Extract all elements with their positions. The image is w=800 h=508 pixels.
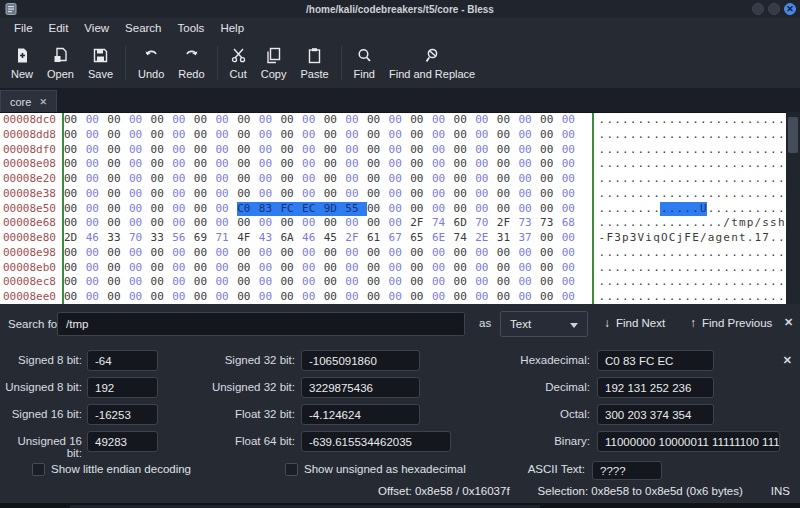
- ascii-char[interactable]: .: [676, 290, 684, 304]
- ascii-char[interactable]: .: [715, 290, 723, 304]
- decimal-value[interactable]: [597, 377, 714, 398]
- ascii-char[interactable]: .: [699, 216, 707, 231]
- ascii-char[interactable]: .: [598, 113, 606, 128]
- hex-byte[interactable]: 00: [64, 202, 86, 217]
- hex-byte[interactable]: 6A: [280, 231, 302, 246]
- ascii-char[interactable]: .: [645, 216, 653, 231]
- ascii-char[interactable]: .: [738, 113, 746, 128]
- hex-byte[interactable]: 00: [172, 172, 194, 187]
- ascii-char[interactable]: .: [676, 275, 684, 290]
- hex-byte[interactable]: 00: [475, 246, 497, 261]
- hex-byte[interactable]: 00: [107, 290, 129, 304]
- hex-byte[interactable]: 00: [107, 202, 129, 217]
- ascii-char[interactable]: .: [777, 187, 785, 202]
- ascii-char[interactable]: .: [684, 275, 692, 290]
- hex-byte[interactable]: 00: [215, 128, 237, 143]
- hex-byte[interactable]: 00: [64, 216, 86, 231]
- hex-byte[interactable]: 00: [194, 113, 216, 128]
- ascii-char[interactable]: .: [629, 261, 637, 276]
- ascii-char[interactable]: .: [715, 187, 723, 202]
- hex-byte[interactable]: 00: [454, 246, 476, 261]
- hex-byte[interactable]: 00: [194, 202, 216, 217]
- ascii-char[interactable]: .: [606, 128, 614, 143]
- ascii-char[interactable]: -: [598, 231, 606, 246]
- ascii-char[interactable]: .: [692, 172, 700, 187]
- hex-byte[interactable]: 00: [475, 290, 497, 304]
- hex-byte[interactable]: 68: [562, 216, 584, 231]
- hex-byte[interactable]: 00: [389, 216, 411, 231]
- hex-byte[interactable]: 00: [540, 275, 562, 290]
- hex-byte[interactable]: 00: [432, 113, 454, 128]
- hex-byte[interactable]: 00: [518, 246, 540, 261]
- ascii-char[interactable]: .: [731, 275, 739, 290]
- ascii-char[interactable]: .: [614, 143, 622, 158]
- ascii-char[interactable]: .: [692, 128, 700, 143]
- hex-byte[interactable]: 00: [410, 202, 432, 217]
- hex-byte[interactable]: 00: [540, 231, 562, 246]
- ascii-char[interactable]: .: [723, 113, 731, 128]
- ascii-char[interactable]: .: [746, 275, 754, 290]
- hex-byte[interactable]: 00: [432, 275, 454, 290]
- ascii-char[interactable]: s: [770, 216, 778, 231]
- ascii-char[interactable]: .: [777, 290, 785, 304]
- ascii-char[interactable]: .: [645, 157, 653, 172]
- ascii-char[interactable]: .: [777, 172, 785, 187]
- hex-byte[interactable]: 00: [324, 187, 346, 202]
- search-input[interactable]: [57, 312, 465, 336]
- ascii-char[interactable]: .: [645, 128, 653, 143]
- hex-byte[interactable]: 00: [215, 157, 237, 172]
- find-button[interactable]: Find: [347, 44, 382, 83]
- hex-byte[interactable]: 2E: [475, 231, 497, 246]
- ascii-char[interactable]: .: [715, 157, 723, 172]
- ascii-char[interactable]: .: [738, 157, 746, 172]
- hex-byte[interactable]: 00: [215, 172, 237, 187]
- ascii-char[interactable]: .: [637, 187, 645, 202]
- ascii-char[interactable]: .: [699, 143, 707, 158]
- ascii-char[interactable]: .: [660, 246, 668, 261]
- hex-byte[interactable]: 00: [151, 172, 173, 187]
- ascii-char[interactable]: .: [731, 128, 739, 143]
- ascii-char[interactable]: .: [754, 113, 762, 128]
- hex-byte[interactable]: 00: [367, 187, 389, 202]
- hex-byte[interactable]: 56: [172, 231, 194, 246]
- open-button[interactable]: Open: [40, 44, 81, 83]
- ascii-char[interactable]: .: [606, 216, 614, 231]
- hex-byte[interactable]: 74: [432, 216, 454, 231]
- ascii-char[interactable]: .: [692, 157, 700, 172]
- hex-byte[interactable]: 00: [518, 290, 540, 304]
- hex-byte[interactable]: 00: [107, 113, 129, 128]
- hex-byte[interactable]: 00: [215, 216, 237, 231]
- hex-byte[interactable]: 00: [151, 216, 173, 231]
- ascii-char[interactable]: .: [629, 113, 637, 128]
- hex-byte[interactable]: 00: [454, 128, 476, 143]
- hex-byte[interactable]: 00: [562, 275, 584, 290]
- ascii-char[interactable]: .: [746, 261, 754, 276]
- ascii-char[interactable]: .: [637, 172, 645, 187]
- hex-byte[interactable]: 00: [237, 261, 259, 276]
- hex-byte[interactable]: 00: [345, 113, 367, 128]
- hex-byte[interactable]: 00: [367, 216, 389, 231]
- ascii-char[interactable]: .: [629, 246, 637, 261]
- ascii-char[interactable]: i: [645, 231, 653, 246]
- hex-byte[interactable]: 00: [475, 113, 497, 128]
- hex-byte[interactable]: 00: [129, 157, 151, 172]
- ascii-char[interactable]: .: [645, 172, 653, 187]
- hex-byte[interactable]: 33: [107, 231, 129, 246]
- ascii-char[interactable]: .: [660, 261, 668, 276]
- hex-byte[interactable]: 00: [410, 157, 432, 172]
- ascii-char[interactable]: t: [738, 231, 746, 246]
- hex-byte[interactable]: 00: [302, 157, 324, 172]
- hex-byte[interactable]: 00: [259, 290, 281, 304]
- ascii-char[interactable]: .: [684, 202, 692, 217]
- hex-byte[interactable]: 00: [324, 128, 346, 143]
- ascii-char[interactable]: .: [746, 246, 754, 261]
- ascii-char[interactable]: .: [598, 275, 606, 290]
- ascii-char[interactable]: .: [738, 172, 746, 187]
- hex-byte[interactable]: 00: [259, 261, 281, 276]
- ascii-char[interactable]: .: [598, 172, 606, 187]
- ascii-char[interactable]: .: [621, 246, 629, 261]
- hex-byte[interactable]: 00: [86, 128, 108, 143]
- ascii-char[interactable]: .: [754, 261, 762, 276]
- hex-byte[interactable]: 00: [151, 202, 173, 217]
- ascii-char[interactable]: .: [770, 128, 778, 143]
